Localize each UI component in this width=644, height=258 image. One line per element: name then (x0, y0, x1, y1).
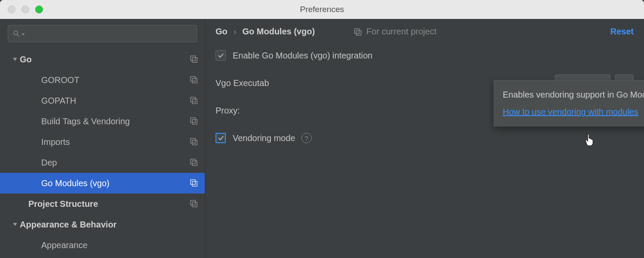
search-input[interactable] (28, 29, 192, 38)
traffic-lights (0, 6, 43, 13)
svg-rect-4 (191, 77, 195, 81)
svg-rect-14 (191, 180, 195, 184)
tree-label: Appearance (41, 240, 199, 250)
tree-item-appearance[interactable]: Appearance (0, 235, 205, 255)
svg-rect-15 (192, 181, 197, 186)
enable-label: Enable Go Modules (vgo) integration (233, 51, 373, 61)
tree-label: Go (20, 55, 186, 64)
svg-rect-5 (192, 78, 197, 83)
svg-rect-18 (355, 29, 359, 34)
project-scope-icon (189, 117, 199, 126)
help-icon[interactable]: ? (301, 133, 312, 143)
project-scope-icon (189, 55, 199, 64)
tree-item-buildtags[interactable]: Build Tags & Vendoring (0, 111, 205, 132)
svg-rect-12 (191, 159, 195, 164)
close-button[interactable] (8, 6, 15, 13)
chevron-down-icon[interactable] (10, 222, 20, 227)
scope-indicator: For current project (353, 27, 436, 37)
tree-item-gopath[interactable]: GOPATH (0, 90, 205, 111)
tree-item-dep[interactable]: Dep (0, 152, 205, 173)
search-dropdown-icon[interactable] (21, 29, 25, 39)
enable-row: Enable Go Modules (vgo) integration (216, 46, 634, 65)
svg-rect-16 (191, 200, 195, 205)
svg-rect-3 (192, 58, 197, 62)
vendoring-label: Vendoring mode (233, 133, 295, 143)
tree-label: Project Structure (28, 199, 186, 209)
tree-label: GOPATH (41, 96, 186, 106)
project-scope-icon (189, 199, 199, 209)
tree-label: Imports (41, 137, 186, 147)
tree-item-go[interactable]: Go (0, 49, 205, 70)
project-scope-icon (353, 28, 362, 36)
exec-label: Vgo Executab (216, 78, 289, 88)
project-scope-icon (189, 137, 199, 147)
breadcrumb-leaf: Go Modules (vgo) (242, 27, 315, 37)
sidebar: Go GOROOT GOPATH Build Tags & Vendoring … (0, 19, 205, 258)
proxy-label: Proxy: (216, 106, 289, 116)
breadcrumb-root[interactable]: Go (216, 27, 228, 37)
content-panel: Go › Go Modules (vgo) For current projec… (205, 19, 644, 258)
tree-item-goroot[interactable]: GOROOT (0, 70, 205, 90)
search-icon (12, 30, 20, 37)
vendoring-checkbox[interactable] (216, 133, 226, 143)
tree-label: Dep (41, 158, 186, 168)
tooltip-link[interactable]: How to use vendoring with modules (503, 107, 638, 117)
tree-item-gomodules[interactable]: Go Modules (vgo) (0, 173, 205, 194)
scope-label: For current project (366, 27, 436, 37)
svg-rect-2 (191, 56, 195, 61)
tooltip-text: Enables vendoring support in Go Modules … (503, 88, 644, 101)
svg-line-1 (17, 34, 19, 37)
project-scope-icon (189, 178, 199, 188)
titlebar: Preferences (0, 0, 644, 19)
enable-checkbox[interactable] (216, 50, 226, 61)
reset-link[interactable]: Reset (611, 27, 634, 37)
svg-rect-13 (192, 161, 197, 166)
tree-label: Go Modules (vgo) (41, 178, 186, 188)
svg-point-0 (14, 31, 18, 35)
tree-label: GOROOT (41, 75, 186, 85)
svg-rect-10 (191, 138, 195, 143)
tree-item-imports[interactable]: Imports (0, 132, 205, 152)
breadcrumb: Go › Go Modules (vgo) For current projec… (216, 27, 634, 37)
tree-label: Appearance & Behavior (20, 220, 199, 230)
maximize-button[interactable] (35, 6, 43, 13)
svg-rect-7 (192, 99, 197, 104)
tree-item-project-structure[interactable]: Project Structure (0, 194, 205, 214)
project-scope-icon (189, 75, 199, 85)
chevron-down-icon[interactable] (10, 57, 20, 62)
tree-item-appearance-behavior[interactable]: Appearance & Behavior (0, 214, 205, 235)
svg-rect-17 (192, 202, 197, 207)
tree-label: Build Tags & Vendoring (41, 117, 186, 126)
minimize-button[interactable] (21, 6, 29, 13)
chevron-right-icon: › (234, 27, 237, 37)
project-scope-icon (189, 158, 199, 167)
svg-rect-8 (191, 118, 195, 123)
tooltip: Enables vendoring support in Go Modules … (494, 80, 644, 126)
svg-rect-11 (192, 140, 197, 145)
search-box[interactable] (8, 25, 197, 42)
project-scope-icon (189, 96, 199, 105)
window-title: Preferences (300, 5, 344, 14)
vendoring-row: Vendoring mode ? (216, 129, 634, 147)
svg-rect-6 (191, 97, 195, 102)
svg-rect-19 (356, 31, 361, 35)
svg-rect-9 (192, 120, 197, 124)
settings-tree: Go GOROOT GOPATH Build Tags & Vendoring … (0, 46, 205, 255)
